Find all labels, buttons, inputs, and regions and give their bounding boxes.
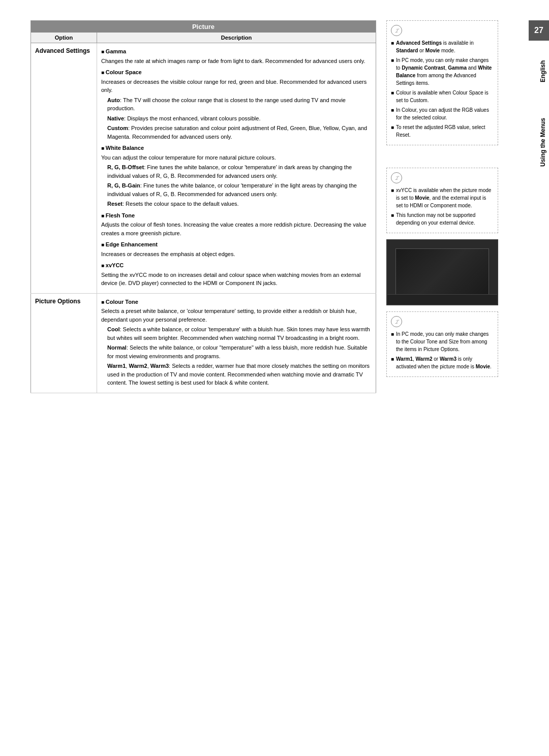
section-white-balance: White Balance xyxy=(101,144,372,152)
colour-space-desc: Increases or decreases the visible colou… xyxy=(101,78,372,94)
description-cell-advanced: Gamma Changes the rate at which images r… xyxy=(97,43,376,294)
note-item: ■ xvYCC is available when the picture mo… xyxy=(391,186,494,209)
note-item: ■ This function may not be supported dep… xyxy=(391,211,494,227)
column-header-description: Description xyxy=(97,33,376,43)
english-label: English xyxy=(537,41,549,102)
spacer xyxy=(386,151,498,162)
tv-image xyxy=(386,239,498,305)
native-desc: Native: Displays the most enhanced, vibr… xyxy=(101,114,372,123)
page-number: 27 xyxy=(529,20,549,41)
tv-screen xyxy=(395,248,489,297)
edge-enhancement-desc: Increases or decreases the emphasis at o… xyxy=(101,250,372,259)
custom-desc: Custom: Provides precise saturation and … xyxy=(101,124,372,141)
colour-tone-desc: Selects a preset white balance, or 'colo… xyxy=(101,307,372,324)
warm-desc: Warm1, Warm2, Warm3: Selects a redder, w… xyxy=(101,362,372,387)
flesh-tone-desc: Adjusts the colour of flesh tones. Incre… xyxy=(101,220,372,237)
note-box-1: 𝓘 ■ Advanced Settings is available in St… xyxy=(386,20,498,145)
tv-bottom xyxy=(387,294,497,304)
cool-desc: Cool: Selects a white balance, or colour… xyxy=(101,325,372,342)
section-xvycc: xvYCC xyxy=(101,261,372,270)
rgb-offset-desc: R, G, B-Offset: Fine tunes the white bal… xyxy=(101,163,372,180)
description-cell-picture: Colour Tone Selects a preset white balan… xyxy=(97,293,376,393)
gamma-desc: Changes the rate at which images ramp or… xyxy=(101,57,372,66)
note-item: ■ Colour is available when Colour Space … xyxy=(391,89,494,104)
option-cell-picture: Picture Options xyxy=(31,293,97,393)
note-icon-3: 𝓘 xyxy=(391,316,402,327)
table-row: Picture Options Colour Tone Selects a pr… xyxy=(31,293,376,393)
right-sidebar: 𝓘 ■ Advanced Settings is available in St… xyxy=(386,20,498,736)
column-header-option: Option xyxy=(31,33,97,43)
white-balance-desc: You can adjust the colour temperature fo… xyxy=(101,153,372,162)
note-box-2: 𝓘 ■ xvYCC is available when the picture … xyxy=(386,168,498,233)
note-icon-2: 𝓘 xyxy=(391,172,402,183)
reset-desc: Reset: Resets the colour space to the de… xyxy=(101,200,372,208)
note-item: ■ To reset the adjusted RGB value, selec… xyxy=(391,123,494,139)
main-content: Picture Option Description Advanced Sett… xyxy=(30,20,376,736)
note-item: ■ In PC mode, you can only make changes … xyxy=(391,330,494,353)
section-gamma: Gamma xyxy=(101,47,372,56)
note-item: ■ Warm1, Warm2 or Warm3 is only activate… xyxy=(391,355,494,370)
section-colour-tone: Colour Tone xyxy=(101,298,372,306)
table-title: Picture xyxy=(31,21,376,33)
section-flesh-tone: Flesh Tone xyxy=(101,211,372,220)
section-colour-space: Colour Space xyxy=(101,68,372,77)
auto-desc: Auto: The TV will choose the colour rang… xyxy=(101,96,372,113)
note-item: ■ In PC mode, you can only make changes … xyxy=(391,56,494,87)
note-item: ■ In Colour, you can adjust the RGB valu… xyxy=(391,106,494,121)
table-row: Advanced Settings Gamma Changes the rate… xyxy=(31,43,376,294)
note-item: ■ Advanced Settings is available in Stan… xyxy=(391,39,494,54)
note-box-3: 𝓘 ■ In PC mode, you can only make change… xyxy=(386,311,498,377)
normal-desc: Normal: Selects the white balance, or co… xyxy=(101,343,372,360)
tv-stand xyxy=(432,304,452,305)
note-icon-1: 𝓘 xyxy=(391,25,402,36)
option-cell-advanced: Advanced Settings xyxy=(31,43,97,294)
using-menus-label: Using the Menus xyxy=(537,102,549,183)
rgb-gain-desc: R, G, B-Gain: Fine tunes the white balan… xyxy=(101,181,372,198)
section-edge-enhancement: Edge Enhancement xyxy=(101,240,372,249)
xvycc-desc: Setting the xvYCC mode to on increases d… xyxy=(101,271,372,288)
picture-table: Picture Option Description Advanced Sett… xyxy=(30,20,376,393)
